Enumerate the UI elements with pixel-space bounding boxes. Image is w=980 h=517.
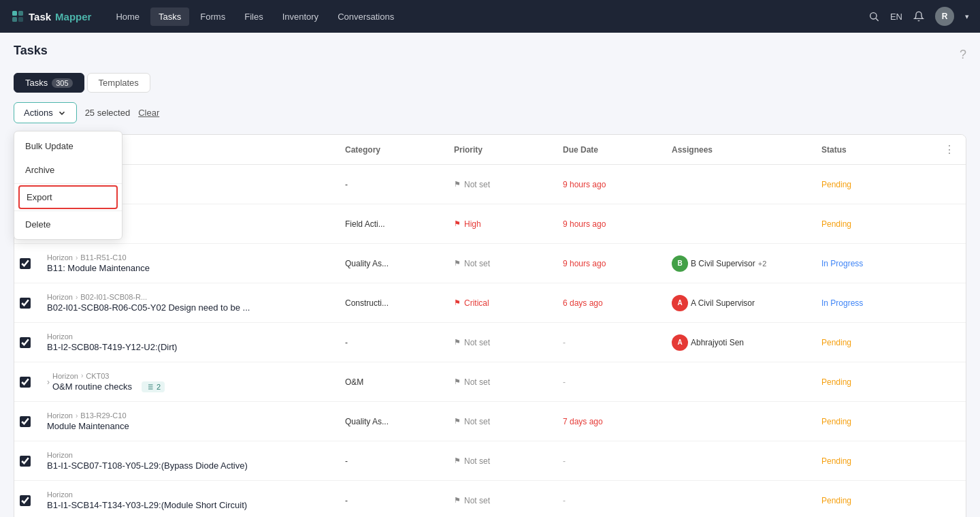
task-name[interactable]: O&M routine checks	[52, 381, 132, 392]
task-name[interactable]: B1-I1-SCB14-T134-Y03-L29:(Module Short C…	[47, 500, 247, 510]
status-badge: In Progress	[821, 259, 863, 268]
status-badge: Pending	[821, 417, 851, 426]
task-name[interactable]: B02-I01-SCB08-R06-C05-Y02 Design need to…	[47, 302, 250, 313]
td-category: Constructi...	[340, 292, 448, 315]
td-status: Pending	[816, 213, 938, 236]
table-more-button[interactable]: ⋮	[944, 143, 955, 156]
td-checkbox[interactable]	[14, 291, 42, 315]
table-row: Horizon › B02-I01-SCB08-R... B02-I01-SCB…	[14, 283, 966, 323]
avatar-dropdown-icon[interactable]: ▾	[965, 12, 969, 21]
th-priority: Priority	[448, 135, 557, 164]
table-row: Horizon › B11-R51-C10 B11: Module Mainte…	[14, 244, 966, 283]
dropdown-delete[interactable]: Delete	[14, 213, 122, 236]
table-row: nance Field Acti... ⚑ High 9 hours ago P…	[14, 204, 966, 244]
td-category: -	[340, 489, 448, 512]
app-logo[interactable]: TaskMapper	[11, 10, 91, 23]
nav-forms[interactable]: Forms	[192, 7, 233, 26]
th-actions: ⋮	[938, 135, 966, 164]
td-category: -	[340, 331, 448, 354]
nav-files[interactable]: Files	[236, 7, 271, 26]
row-checkbox[interactable]	[20, 416, 31, 427]
td-row-actions	[938, 296, 966, 310]
svg-line-5	[876, 18, 879, 21]
svg-rect-3	[18, 17, 23, 22]
logo-task-text: Task	[29, 11, 51, 22]
td-name: › Horizon › CKT03 O&M routine checks 2	[42, 365, 340, 399]
td-checkbox[interactable]	[14, 449, 42, 473]
priority-badge: ⚑ High	[454, 219, 481, 229]
help-icon[interactable]: ?	[960, 48, 966, 62]
dropdown-archive[interactable]: Archive	[14, 158, 122, 182]
assignee-extra: +2	[758, 260, 767, 268]
notifications-button[interactable]	[913, 11, 924, 22]
svg-rect-2	[12, 17, 17, 22]
logo-mapper-text: Mapper	[55, 11, 91, 22]
search-button[interactable]	[868, 11, 879, 22]
td-due-date: -	[557, 450, 666, 473]
td-row-actions	[938, 375, 966, 389]
row-checkbox[interactable]	[20, 456, 31, 467]
td-name: Horizon B1-I1-SCB14-T134-Y03-L29:(Module…	[42, 484, 340, 517]
td-checkbox[interactable]	[14, 488, 42, 513]
td-category: -	[340, 450, 448, 473]
dropdown-export[interactable]: Export	[18, 185, 118, 209]
td-due-date: -	[557, 489, 666, 512]
td-due-date: 6 days ago	[557, 292, 666, 315]
th-category: Category	[340, 135, 448, 164]
task-name[interactable]: B1-I1-SCB07-T108-Y05-L29:(Bypass Diode A…	[47, 460, 248, 471]
table-row: › Horizon › CKT03 O&M routine checks 2 O…	[14, 362, 966, 402]
task-name[interactable]: Module Maintenance	[47, 421, 129, 431]
th-assignees: Assignees	[666, 135, 816, 164]
td-priority: ⚑ Not set	[448, 450, 557, 473]
tab-templates[interactable]: Templates	[87, 73, 150, 93]
expand-button[interactable]: ›	[47, 377, 50, 387]
row-checkbox[interactable]	[20, 258, 31, 269]
tab-templates-label: Templates	[99, 78, 139, 88]
subtask-badge: 2	[142, 381, 165, 392]
language-selector[interactable]: EN	[890, 12, 902, 22]
dropdown-bulk-update[interactable]: Bulk Update	[14, 134, 122, 158]
td-checkbox[interactable]	[14, 251, 42, 276]
task-path: Horizon	[47, 332, 177, 341]
clear-button[interactable]: Clear	[138, 108, 159, 118]
td-assignees: A Abhrajyoti Sen	[666, 328, 816, 358]
status-badge: Pending	[821, 456, 851, 466]
priority-badge: ⚑ Not set	[454, 417, 490, 426]
td-due-date: 9 hours ago	[557, 252, 666, 275]
table-header: Name Category Priority Due Date Assignee…	[14, 135, 966, 165]
td-status: Pending	[816, 331, 938, 354]
td-assignees	[666, 375, 816, 389]
nav-inventory[interactable]: Inventory	[274, 7, 327, 26]
nav-right: EN R ▾	[868, 7, 969, 26]
row-checkbox[interactable]	[20, 337, 31, 348]
svg-point-4	[870, 13, 877, 19]
nav-home[interactable]: Home	[108, 7, 148, 26]
row-checkbox[interactable]	[20, 377, 31, 388]
actions-button[interactable]: Actions	[14, 102, 77, 123]
td-category: O&M	[340, 371, 448, 394]
nav-tasks[interactable]: Tasks	[150, 7, 189, 26]
tab-tasks-count: 305	[52, 78, 72, 88]
td-assignees: B B Civil Supervisor +2	[666, 249, 816, 279]
td-category: Quality As...	[340, 410, 448, 433]
td-row-actions	[938, 415, 966, 428]
task-name[interactable]: B11: Module Maintenance	[47, 263, 150, 273]
nav-links: Home Tasks Forms Files Inventory Convers…	[108, 7, 852, 26]
row-checkbox[interactable]	[20, 298, 31, 309]
svg-rect-1	[18, 11, 23, 16]
task-name[interactable]: B1-I2-SCB08-T419-Y12-U2:(Dirt)	[47, 342, 177, 352]
user-avatar[interactable]: R	[935, 7, 954, 26]
td-due-date: 9 hours ago	[557, 213, 666, 236]
td-checkbox[interactable]	[14, 370, 42, 394]
td-category: -	[340, 173, 448, 196]
td-priority: ⚑ Critical	[448, 292, 557, 315]
td-row-actions	[938, 454, 966, 468]
status-badge: In Progress	[821, 298, 863, 308]
td-name: Horizon › B13-R29-C10 Module Maintenance	[42, 405, 340, 438]
tab-tasks[interactable]: Tasks 305	[14, 73, 84, 93]
assignee-avatar: A	[672, 295, 688, 311]
row-checkbox[interactable]	[20, 495, 31, 506]
td-checkbox[interactable]	[14, 409, 42, 434]
td-checkbox[interactable]	[14, 330, 42, 355]
nav-conversations[interactable]: Conversations	[329, 7, 402, 26]
